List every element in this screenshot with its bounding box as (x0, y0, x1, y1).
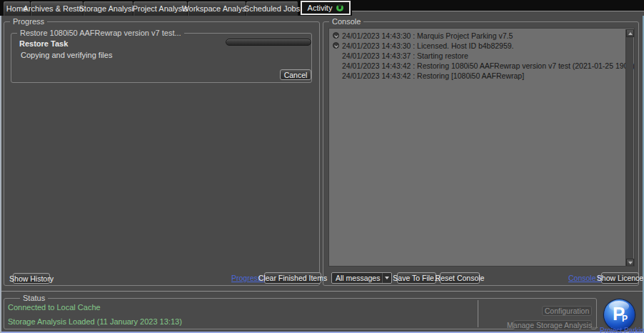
status-group-label: Status (20, 294, 48, 303)
manage-storage-analysis-button[interactable]: Manage Storage Analysis... (513, 320, 592, 330)
tab-storage-analysis[interactable]: Storage Analysis (84, 1, 134, 16)
project-parking-help-link[interactable]: Project Parking Help (600, 327, 644, 333)
tab-strip: Home Archives & Restore Storage Analysis… (4, 1, 298, 16)
logo-sub-letter: P (622, 314, 628, 324)
tab-bar-filler (352, 11, 644, 16)
tab-activity[interactable]: Activity (301, 1, 351, 15)
project-parking-logo[interactable]: P P (604, 299, 635, 330)
message-indent-spacer (333, 71, 339, 77)
save-to-file-button[interactable]: Save To File... (397, 272, 436, 284)
show-history-button[interactable]: Show History (13, 273, 50, 284)
restore-task-group: Restore 1080i50 AAFRewrap version v7 tes… (11, 33, 312, 83)
progress-group: Progress Restore 1080i50 AAFRewrap versi… (4, 21, 320, 286)
console-message-row[interactable]: 24/01/2023 14:43:42 : Restoring 1080i50 … (329, 61, 634, 71)
cache-status-text: Connected to Local Cache (8, 303, 101, 312)
console-message-text: 24/01/2023 14:43:37 : Starting restore (342, 51, 468, 61)
message-indent-spacer (333, 51, 339, 57)
tab-scheduled-jobs[interactable]: Scheduled Jobs (246, 1, 298, 16)
configuration-button[interactable]: Configuration (542, 306, 592, 316)
console-message-row[interactable]: 24/01/2023 14:43:30 : Licensed. Host ID … (329, 41, 634, 51)
show-licence-button[interactable]: Show Licence (601, 272, 639, 284)
status-group: Status Connected to Local Cache Storage … (4, 298, 597, 329)
console-group-label: Console (329, 17, 363, 26)
console-message-text: 24/01/2023 14:43:42 : Restoring 1080i50 … (342, 61, 635, 71)
tab-workspace-analysis[interactable]: Workspace Analysis (188, 1, 246, 16)
console-message-text: 24/01/2023 14:43:42 : Restoring [1080i50… (342, 71, 524, 81)
reset-console-button[interactable]: Reset Console (440, 272, 480, 284)
console-message-text: 24/01/2023 14:43:30 : Marquis Project Pa… (342, 31, 513, 41)
console-message-row[interactable]: 24/01/2023 14:43:42 : Restoring [1080i50… (329, 71, 634, 81)
tab-page-content: Progress Restore 1080i50 AAFRewrap versi… (0, 16, 644, 333)
restore-progress-bar (226, 39, 311, 46)
message-filter-dropdown[interactable]: All messages (331, 272, 392, 284)
app-window: Home Archives & Restore Storage Analysis… (0, 0, 644, 333)
tab-archives-restore[interactable]: Archives & Restore (31, 1, 84, 16)
restore-task-label: Restore Task (19, 39, 68, 48)
restore-task-group-label: Restore 1080i50 AAFRewrap version v7 tes… (17, 29, 184, 38)
scroll-down-icon[interactable] (626, 259, 634, 267)
activity-label: Activity (308, 4, 333, 12)
tab-bar: Home Archives & Restore Storage Analysis… (0, 0, 644, 16)
console-message-text: 24/01/2023 14:43:30 : Licensed. Host ID … (342, 41, 514, 51)
message-indent-spacer (333, 61, 339, 67)
activity-spinner-icon (336, 4, 343, 11)
cancel-button[interactable]: Cancel (280, 69, 311, 80)
console-scrollbar[interactable] (625, 29, 633, 267)
console-message-list[interactable]: 24/01/2023 14:43:30 : Marquis Project Pa… (328, 28, 635, 267)
message-filter-value: All messages (332, 274, 382, 282)
tab-project-analysis[interactable]: Project Analysis (134, 1, 188, 16)
status-section-divider (478, 300, 478, 327)
console-message-row[interactable]: 24/01/2023 14:43:37 : Starting restore (329, 51, 634, 61)
expander-icon[interactable] (333, 32, 339, 39)
console-group: Console 24/01/2023 14:43:30 : Marquis Pr… (323, 21, 639, 286)
clear-finished-items-button[interactable]: Clear Finished Items (264, 272, 321, 284)
chevron-down-icon (382, 273, 391, 283)
status-divider (1, 291, 643, 292)
storage-analysis-status-text: Storage Analysis Loaded (11 January 2023… (8, 317, 182, 326)
task-status-text: Copying and verifying files (21, 51, 112, 59)
progress-group-label: Progress (10, 17, 47, 26)
expander-icon[interactable] (333, 42, 339, 49)
console-message-row[interactable]: 24/01/2023 14:43:30 : Marquis Project Pa… (329, 31, 634, 41)
scroll-up-icon[interactable] (626, 29, 634, 37)
